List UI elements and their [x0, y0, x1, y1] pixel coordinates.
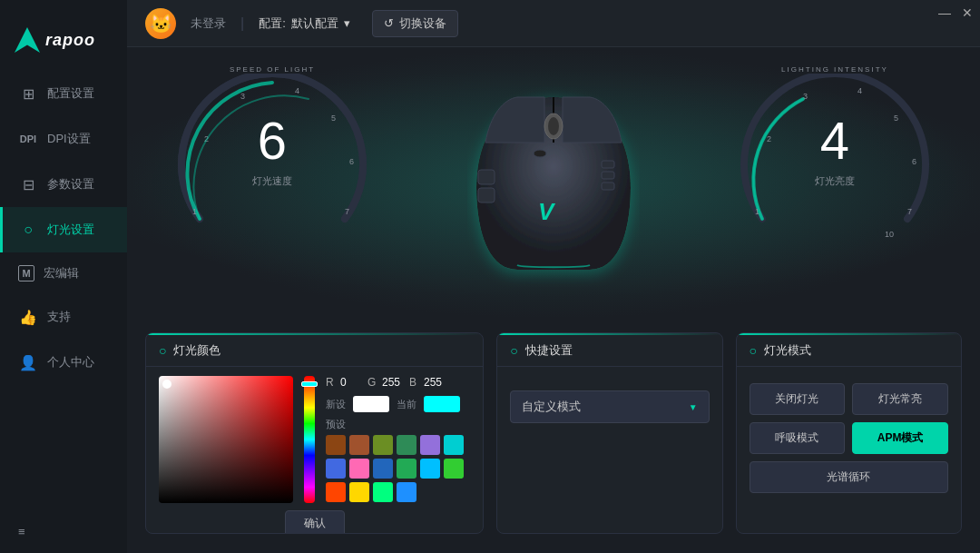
switch-device-button[interactable]: ↺ 切换设备	[372, 10, 458, 37]
color-gradient-dot[interactable]	[162, 380, 172, 389]
r-value: 0	[340, 376, 362, 389]
sidebar-item-params-label: 参数设置	[47, 176, 94, 193]
preset-15[interactable]	[373, 482, 393, 502]
sidebar-item-dpi[interactable]: DPI DPI设置	[0, 116, 127, 162]
svg-text:6: 6	[349, 157, 354, 166]
sidebar-nav: ⊞ 配置设置 DPI DPI设置 ⊟ 参数设置 ○ 灯光设置 M 宏编辑 👍 支…	[0, 71, 127, 510]
preset-1[interactable]	[326, 435, 346, 455]
g-label: G	[368, 376, 377, 389]
close-button[interactable]: ✕	[962, 5, 973, 20]
preset-11[interactable]	[420, 459, 440, 479]
preset-4[interactable]	[397, 435, 416, 455]
mouse-svg: V	[467, 79, 640, 288]
svg-text:2: 2	[767, 134, 771, 143]
config-selector[interactable]: 配置: 默认配置 ▾	[259, 15, 350, 32]
color-hue-bar[interactable]	[304, 376, 315, 503]
right-gauge-bottom-label: 灯光亮度	[815, 174, 855, 188]
preset-16[interactable]	[397, 482, 416, 502]
logo-text: rapoo	[45, 31, 95, 50]
dpi-icon: DPI	[18, 129, 38, 149]
color-panel-body: R 0 G 255 B 255 新设 当前	[146, 367, 483, 534]
mouse-image: V	[467, 79, 640, 288]
quick-panel-title: 快捷设置	[525, 342, 573, 359]
svg-text:4: 4	[295, 86, 299, 95]
sidebar-item-support[interactable]: 👍 支持	[0, 294, 127, 340]
color-panel-icon: ○	[159, 343, 166, 358]
color-gradient-box[interactable]	[159, 376, 293, 503]
current-color-swatch	[424, 396, 460, 412]
preset-3[interactable]	[373, 435, 393, 455]
dropdown-arrow-icon: ▼	[689, 402, 698, 412]
main-content: 🖱 VT350S MOUSE SPEED OF LIGHT 1 2 3 4	[127, 47, 980, 553]
sidebar-bottom-item[interactable]: ≡	[0, 510, 127, 553]
r-label: R	[326, 376, 335, 389]
rgb-r-row: R 0 G 255 B 255	[326, 376, 470, 389]
svg-text:4: 4	[858, 86, 862, 95]
svg-point-9	[548, 117, 559, 135]
titlebar: — ✕	[907, 0, 980, 25]
mode-select-label: 自定义模式	[522, 399, 581, 415]
svg-rect-10	[478, 170, 495, 184]
preset-12[interactable]	[444, 459, 464, 479]
svg-point-12	[534, 150, 546, 157]
lighting-breathe-button[interactable]: 呼吸模式	[750, 422, 846, 454]
mode-select-dropdown[interactable]: 自定义模式 ▼	[510, 390, 709, 423]
lighting-panel-header: ○ 灯光模式	[737, 333, 961, 367]
left-gauge-value: 6	[258, 110, 287, 171]
switch-label: 切换设备	[399, 15, 446, 32]
lighting-constant-button[interactable]: 灯光常亮	[852, 383, 948, 415]
b-label: B	[409, 376, 418, 389]
right-gauge: LIGHTING INTENSITY 1 2 3 4 5 6 7 10 4 灯光…	[735, 65, 935, 188]
lighting-panel-title: 灯光模式	[764, 342, 811, 359]
logo-v-icon	[15, 27, 40, 53]
sidebar-item-config[interactable]: ⊞ 配置设置	[0, 71, 127, 116]
preset-10[interactable]	[397, 459, 416, 479]
preset-6[interactable]	[444, 435, 464, 455]
lighting-icon: ○	[18, 220, 38, 240]
color-hue-dot[interactable]	[301, 381, 318, 387]
preset-5[interactable]	[420, 435, 440, 455]
right-gauge-value: 4	[820, 110, 849, 171]
sidebar-item-lighting[interactable]: ○ 灯光设置	[0, 207, 127, 252]
bottom-panels: ○ 灯光颜色	[127, 320, 980, 547]
svg-text:10: 10	[885, 230, 894, 239]
hero-section: SPEED OF LIGHT 1 2 3 4 5 6 7 6 灯光速度	[127, 47, 980, 320]
svg-text:7: 7	[345, 207, 349, 216]
sidebar-item-params[interactable]: ⊟ 参数设置	[0, 162, 127, 207]
svg-text:5: 5	[894, 114, 898, 123]
lighting-off-button[interactable]: 关闭灯光	[750, 383, 846, 415]
color-presets	[326, 435, 470, 502]
quick-settings-panel: ○ 快捷设置 自定义模式 ▼	[496, 332, 722, 534]
svg-rect-14	[602, 161, 614, 168]
confirm-button[interactable]: 确认	[285, 510, 345, 534]
b-value: 255	[424, 376, 446, 389]
new-color-swatch[interactable]	[353, 396, 389, 412]
user-status-label: 未登录	[191, 15, 226, 32]
header-divider: |	[240, 15, 244, 32]
logo: rapoo	[0, 18, 127, 71]
minimize-button[interactable]: —	[938, 5, 951, 20]
svg-rect-11	[478, 188, 495, 202]
sidebar-item-macro[interactable]: M 宏编辑	[0, 252, 127, 294]
macro-icon: M	[18, 265, 34, 281]
preset-7[interactable]	[326, 459, 346, 479]
preset-2[interactable]	[349, 435, 369, 455]
new-color-row: 新设 当前	[326, 396, 470, 412]
preset-9[interactable]	[373, 459, 393, 479]
sidebar-item-config-label: 配置设置	[47, 85, 94, 102]
sidebar-item-support-label: 支持	[47, 309, 71, 325]
sidebar-item-profile[interactable]: 👤 个人中心	[0, 340, 127, 385]
quick-panel-header: ○ 快捷设置	[497, 333, 721, 367]
avatar: 🐱	[145, 8, 176, 39]
preset-8[interactable]	[349, 459, 369, 479]
current-color-label: 当前	[397, 398, 416, 411]
preset-13[interactable]	[326, 482, 346, 502]
g-value: 255	[382, 376, 404, 389]
svg-text:V: V	[538, 198, 556, 225]
lighting-spectrum-button[interactable]: 光谱循环	[750, 461, 948, 493]
preset-14[interactable]	[349, 482, 369, 502]
config-icon: ⊞	[18, 84, 38, 104]
color-panel-header: ○ 灯光颜色	[146, 333, 483, 367]
lighting-apm-button[interactable]: APM模式	[852, 422, 948, 454]
svg-rect-15	[602, 172, 614, 179]
